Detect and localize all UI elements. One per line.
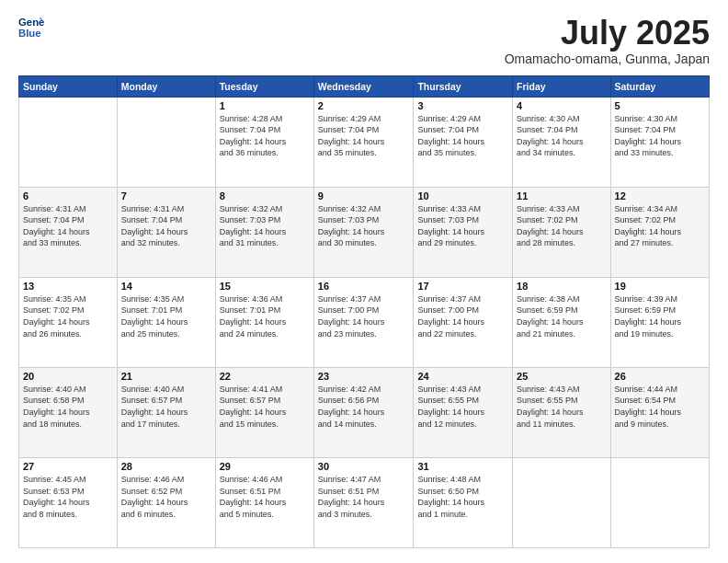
day-number: 11: [517, 190, 606, 201]
day-cell: 15Sunrise: 4:36 AM Sunset: 7:01 PM Dayli…: [215, 277, 313, 367]
col-friday: Friday: [513, 75, 610, 97]
week-row-5: 27Sunrise: 4:45 AM Sunset: 6:53 PM Dayli…: [19, 457, 710, 547]
day-number: 14: [121, 281, 211, 292]
day-number: 20: [23, 371, 113, 382]
day-info: Sunrise: 4:41 AM Sunset: 6:57 PM Dayligh…: [220, 384, 310, 430]
day-info: Sunrise: 4:42 AM Sunset: 6:56 PM Dayligh…: [318, 384, 410, 430]
day-info: Sunrise: 4:44 AM Sunset: 6:54 PM Dayligh…: [615, 384, 705, 430]
location-subtitle: Omamacho-omama, Gunma, Japan: [505, 52, 710, 66]
day-cell: 7Sunrise: 4:31 AM Sunset: 7:04 PM Daylig…: [117, 187, 215, 277]
day-cell: 16Sunrise: 4:37 AM Sunset: 7:00 PM Dayli…: [313, 277, 414, 367]
day-cell: 30Sunrise: 4:47 AM Sunset: 6:51 PM Dayli…: [313, 457, 414, 547]
day-number: 31: [417, 461, 508, 472]
logo-icon: General Blue: [18, 15, 44, 40]
col-wednesday: Wednesday: [313, 75, 414, 97]
day-cell: 6Sunrise: 4:31 AM Sunset: 7:04 PM Daylig…: [19, 187, 118, 277]
col-sunday: Sunday: [19, 75, 118, 97]
day-cell: 20Sunrise: 4:40 AM Sunset: 6:58 PM Dayli…: [19, 367, 118, 457]
day-info: Sunrise: 4:40 AM Sunset: 6:58 PM Dayligh…: [23, 384, 113, 430]
month-title: July 2025: [505, 15, 710, 52]
day-cell: 25Sunrise: 4:43 AM Sunset: 6:55 PM Dayli…: [513, 367, 610, 457]
day-info: Sunrise: 4:30 AM Sunset: 7:04 PM Dayligh…: [615, 113, 705, 159]
day-info: Sunrise: 4:31 AM Sunset: 7:04 PM Dayligh…: [23, 203, 113, 249]
day-number: 21: [121, 371, 211, 382]
day-info: Sunrise: 4:37 AM Sunset: 7:00 PM Dayligh…: [318, 293, 410, 339]
day-cell: 24Sunrise: 4:43 AM Sunset: 6:55 PM Dayli…: [414, 367, 513, 457]
day-info: Sunrise: 4:38 AM Sunset: 6:59 PM Dayligh…: [517, 293, 606, 339]
day-number: 9: [318, 190, 410, 201]
day-info: Sunrise: 4:47 AM Sunset: 6:51 PM Dayligh…: [318, 474, 410, 520]
week-row-3: 13Sunrise: 4:35 AM Sunset: 7:02 PM Dayli…: [19, 277, 710, 367]
day-number: 24: [417, 371, 508, 382]
day-number: 10: [417, 190, 508, 201]
day-number: 3: [417, 100, 508, 111]
day-info: Sunrise: 4:43 AM Sunset: 6:55 PM Dayligh…: [417, 384, 508, 430]
day-number: 30: [318, 461, 410, 472]
day-number: 6: [23, 190, 113, 201]
day-cell: 28Sunrise: 4:46 AM Sunset: 6:52 PM Dayli…: [117, 457, 215, 547]
day-number: 22: [220, 371, 310, 382]
day-number: 18: [517, 281, 606, 292]
day-cell: 2Sunrise: 4:29 AM Sunset: 7:04 PM Daylig…: [313, 97, 414, 187]
page: General Blue July 2025 Omamacho-omama, G…: [0, 0, 728, 563]
day-info: Sunrise: 4:40 AM Sunset: 6:57 PM Dayligh…: [121, 384, 211, 430]
day-info: Sunrise: 4:35 AM Sunset: 7:02 PM Dayligh…: [23, 293, 113, 339]
day-number: 26: [615, 371, 705, 382]
calendar-header-row: Sunday Monday Tuesday Wednesday Thursday…: [19, 75, 710, 97]
day-number: 17: [417, 281, 508, 292]
day-cell: [117, 97, 215, 187]
svg-text:Blue: Blue: [18, 28, 41, 39]
day-info: Sunrise: 4:34 AM Sunset: 7:02 PM Dayligh…: [615, 203, 705, 249]
day-info: Sunrise: 4:46 AM Sunset: 6:51 PM Dayligh…: [220, 474, 310, 520]
day-number: 8: [220, 190, 310, 201]
day-number: 4: [517, 100, 606, 111]
day-number: 29: [220, 461, 310, 472]
day-cell: 31Sunrise: 4:48 AM Sunset: 6:50 PM Dayli…: [414, 457, 513, 547]
day-number: 16: [318, 281, 410, 292]
day-info: Sunrise: 4:31 AM Sunset: 7:04 PM Dayligh…: [121, 203, 211, 249]
day-cell: 3Sunrise: 4:29 AM Sunset: 7:04 PM Daylig…: [414, 97, 513, 187]
day-number: 7: [121, 190, 211, 201]
day-cell: 27Sunrise: 4:45 AM Sunset: 6:53 PM Dayli…: [19, 457, 118, 547]
day-cell: 19Sunrise: 4:39 AM Sunset: 6:59 PM Dayli…: [610, 277, 709, 367]
day-cell: 4Sunrise: 4:30 AM Sunset: 7:04 PM Daylig…: [513, 97, 610, 187]
day-cell: 18Sunrise: 4:38 AM Sunset: 6:59 PM Dayli…: [513, 277, 610, 367]
day-number: 12: [615, 190, 705, 201]
day-number: 15: [220, 281, 310, 292]
day-info: Sunrise: 4:46 AM Sunset: 6:52 PM Dayligh…: [121, 474, 211, 520]
day-info: Sunrise: 4:43 AM Sunset: 6:55 PM Dayligh…: [517, 384, 606, 430]
day-number: 25: [517, 371, 606, 382]
day-info: Sunrise: 4:39 AM Sunset: 6:59 PM Dayligh…: [615, 293, 705, 339]
day-info: Sunrise: 4:33 AM Sunset: 7:03 PM Dayligh…: [417, 203, 508, 249]
day-cell: [610, 457, 709, 547]
day-cell: 14Sunrise: 4:35 AM Sunset: 7:01 PM Dayli…: [117, 277, 215, 367]
day-number: 2: [318, 100, 410, 111]
day-cell: 12Sunrise: 4:34 AM Sunset: 7:02 PM Dayli…: [610, 187, 709, 277]
day-cell: 1Sunrise: 4:28 AM Sunset: 7:04 PM Daylig…: [215, 97, 313, 187]
day-cell: 21Sunrise: 4:40 AM Sunset: 6:57 PM Dayli…: [117, 367, 215, 457]
day-info: Sunrise: 4:32 AM Sunset: 7:03 PM Dayligh…: [220, 203, 310, 249]
day-cell: 5Sunrise: 4:30 AM Sunset: 7:04 PM Daylig…: [610, 97, 709, 187]
title-block: July 2025 Omamacho-omama, Gunma, Japan: [505, 15, 710, 66]
col-saturday: Saturday: [610, 75, 709, 97]
day-cell: 26Sunrise: 4:44 AM Sunset: 6:54 PM Dayli…: [610, 367, 709, 457]
day-info: Sunrise: 4:35 AM Sunset: 7:01 PM Dayligh…: [121, 293, 211, 339]
day-number: 23: [318, 371, 410, 382]
day-cell: 23Sunrise: 4:42 AM Sunset: 6:56 PM Dayli…: [313, 367, 414, 457]
day-cell: 29Sunrise: 4:46 AM Sunset: 6:51 PM Dayli…: [215, 457, 313, 547]
week-row-2: 6Sunrise: 4:31 AM Sunset: 7:04 PM Daylig…: [19, 187, 710, 277]
day-info: Sunrise: 4:36 AM Sunset: 7:01 PM Dayligh…: [220, 293, 310, 339]
week-row-1: 1Sunrise: 4:28 AM Sunset: 7:04 PM Daylig…: [19, 97, 710, 187]
day-number: 13: [23, 281, 113, 292]
day-number: 27: [23, 461, 113, 472]
day-cell: 17Sunrise: 4:37 AM Sunset: 7:00 PM Dayli…: [414, 277, 513, 367]
day-cell: 11Sunrise: 4:33 AM Sunset: 7:02 PM Dayli…: [513, 187, 610, 277]
day-info: Sunrise: 4:29 AM Sunset: 7:04 PM Dayligh…: [417, 113, 508, 159]
header: General Blue July 2025 Omamacho-omama, G…: [18, 15, 710, 66]
day-info: Sunrise: 4:32 AM Sunset: 7:03 PM Dayligh…: [318, 203, 410, 249]
day-cell: [19, 97, 118, 187]
col-thursday: Thursday: [414, 75, 513, 97]
day-number: 5: [615, 100, 705, 111]
day-number: 1: [220, 100, 310, 111]
col-monday: Monday: [117, 75, 215, 97]
